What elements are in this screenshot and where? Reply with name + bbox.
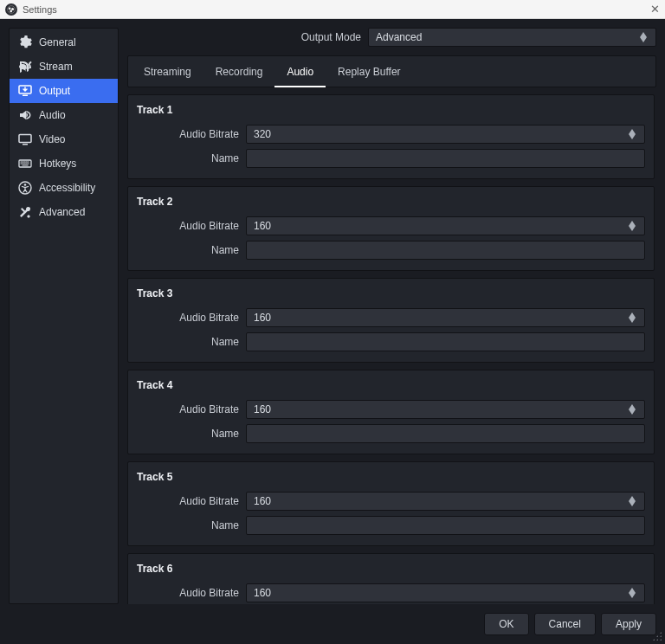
- svg-rect-8: [23, 144, 28, 145]
- sidebar-item-label: Advanced: [39, 206, 85, 218]
- speaker-icon: [18, 108, 32, 122]
- apply-button[interactable]: Apply: [601, 613, 656, 635]
- track-card: Track 6Audio Bitrate160Name: [127, 553, 655, 604]
- bitrate-value: 160: [254, 312, 271, 324]
- bitrate-spinner[interactable]: 160: [246, 400, 645, 419]
- app-icon: [5, 3, 17, 16]
- bitrate-spinner[interactable]: 160: [246, 216, 645, 235]
- bitrate-spinner[interactable]: 160: [246, 583, 645, 602]
- bitrate-label: Audio Bitrate: [137, 312, 239, 324]
- sidebar-item-hotkeys[interactable]: Hotkeys: [10, 151, 118, 176]
- track-card: Track 5Audio Bitrate160Name: [127, 461, 655, 546]
- bitrate-spinner[interactable]: 160: [246, 308, 645, 327]
- svg-point-2: [11, 7, 14, 10]
- cancel-button[interactable]: Cancel: [534, 613, 596, 635]
- bitrate-label: Audio Bitrate: [137, 128, 239, 140]
- sidebar-item-accessibility[interactable]: Accessibility: [10, 176, 118, 200]
- track-name-input[interactable]: [246, 424, 645, 443]
- name-label: Name: [137, 152, 239, 164]
- track-card: Track 3Audio Bitrate160Name: [127, 278, 655, 363]
- bitrate-label: Audio Bitrate: [137, 403, 239, 415]
- svg-rect-7: [19, 135, 31, 143]
- window-title: Settings: [23, 4, 650, 15]
- track-title: Track 2: [137, 196, 645, 208]
- name-label: Name: [137, 336, 239, 348]
- track-name-input[interactable]: [246, 332, 645, 351]
- bitrate-label: Audio Bitrate: [137, 495, 239, 507]
- sidebar-item-video[interactable]: Video: [10, 127, 118, 151]
- bitrate-spinner[interactable]: 160: [246, 492, 645, 511]
- sidebar-item-label: Output: [39, 85, 70, 97]
- window-titlebar: Settings ✕: [0, 0, 665, 19]
- svg-point-11: [24, 184, 27, 186]
- svg-point-3: [10, 10, 12, 12]
- bitrate-label: Audio Bitrate: [137, 587, 239, 599]
- chevron-updown-icon: [629, 493, 641, 510]
- chevron-updown-icon: [629, 401, 641, 418]
- sidebar-item-label: Accessibility: [39, 182, 95, 194]
- track-title: Track 4: [137, 379, 645, 391]
- sidebar-item-advanced[interactable]: Advanced: [10, 200, 118, 224]
- track-card: Track 4Audio Bitrate160Name: [127, 370, 655, 454]
- track-title: Track 5: [137, 471, 645, 483]
- sidebar-item-label: Stream: [39, 61, 73, 73]
- bitrate-value: 160: [254, 403, 271, 415]
- bitrate-spinner[interactable]: 320: [246, 125, 645, 144]
- sidebar-item-stream[interactable]: Stream: [10, 55, 118, 79]
- chevron-updown-icon: [629, 126, 641, 143]
- track-name-input[interactable]: [246, 241, 645, 260]
- name-label: Name: [137, 428, 239, 440]
- broadcast-icon: [18, 60, 32, 74]
- svg-rect-6: [23, 95, 28, 97]
- track-name-input[interactable]: [246, 149, 645, 168]
- sidebar-item-label: Hotkeys: [39, 158, 76, 170]
- name-label: Name: [137, 519, 239, 531]
- tab-recording[interactable]: Recording: [203, 60, 275, 87]
- sidebar-item-label: Audio: [39, 109, 66, 121]
- chevron-updown-icon: [629, 309, 641, 326]
- bitrate-label: Audio Bitrate: [137, 220, 239, 232]
- track-card: Track 2Audio Bitrate160Name: [127, 186, 655, 271]
- settings-sidebar: GeneralStreamOutputAudioVideoHotkeysAcce…: [9, 28, 119, 604]
- tab-streaming[interactable]: Streaming: [132, 60, 203, 87]
- tab-audio[interactable]: Audio: [274, 60, 326, 87]
- sidebar-item-label: Video: [39, 133, 65, 145]
- tools-icon: [18, 205, 32, 219]
- keyboard-icon: [18, 157, 32, 171]
- gear-icon: [18, 35, 32, 49]
- bitrate-value: 160: [254, 587, 271, 599]
- bitrate-value: 160: [254, 495, 271, 507]
- ok-button[interactable]: OK: [484, 613, 528, 635]
- track-name-input[interactable]: [246, 516, 645, 535]
- svg-point-1: [9, 7, 11, 10]
- name-label: Name: [137, 244, 239, 256]
- chevron-updown-icon: [629, 217, 641, 235]
- sidebar-item-output[interactable]: Output: [10, 79, 118, 103]
- track-title: Track 1: [137, 104, 645, 116]
- tracks-scroll[interactable]: Track 1Audio Bitrate320NameTrack 2Audio …: [127, 94, 656, 604]
- dialog-footer: OK Cancel Apply: [9, 604, 656, 635]
- close-icon[interactable]: ✕: [650, 3, 660, 16]
- display-icon: [18, 132, 32, 146]
- bitrate-value: 160: [254, 220, 271, 232]
- monitor-arrow-icon: [18, 84, 32, 98]
- output-mode-select[interactable]: Advanced: [368, 28, 656, 47]
- sidebar-item-audio[interactable]: Audio: [10, 103, 118, 127]
- track-card: Track 1Audio Bitrate320Name: [127, 94, 655, 179]
- output-mode-label: Output Mode: [127, 31, 361, 43]
- output-mode-value: Advanced: [376, 31, 422, 43]
- output-mode-row: Output Mode Advanced: [127, 28, 656, 47]
- sidebar-item-label: General: [39, 36, 76, 48]
- accessibility-icon: [18, 181, 32, 195]
- bitrate-value: 320: [254, 128, 271, 140]
- track-title: Track 6: [137, 563, 645, 575]
- main-panel: Output Mode Advanced StreamingRecordingA…: [127, 28, 656, 604]
- chevron-updown-icon: [640, 29, 652, 46]
- output-subtabs: StreamingRecordingAudioReplay Buffer: [127, 55, 656, 87]
- chevron-updown-icon: [629, 584, 641, 602]
- tab-replay-buffer[interactable]: Replay Buffer: [326, 60, 413, 87]
- sidebar-item-general[interactable]: General: [10, 30, 118, 55]
- track-title: Track 3: [137, 287, 645, 299]
